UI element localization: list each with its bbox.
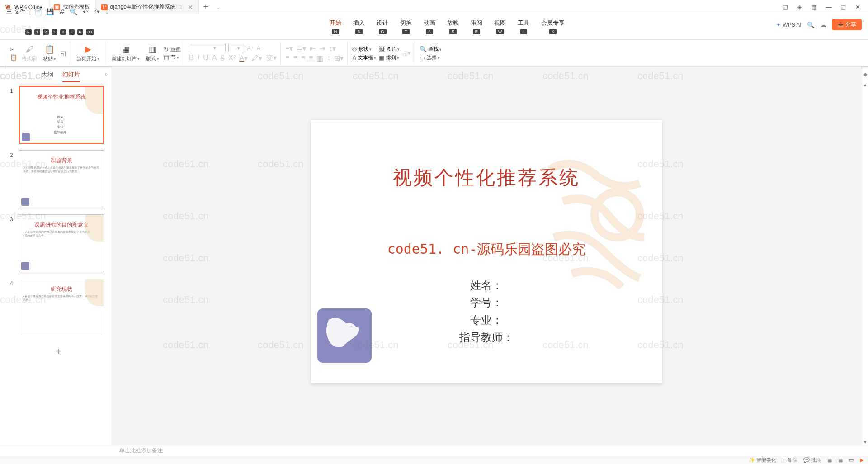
text-effect-icon[interactable]: 变▾	[266, 53, 277, 63]
outline-tab-slides[interactable]: 幻灯片	[62, 71, 80, 82]
cut-icon[interactable]: ✂	[10, 46, 17, 53]
qa-dropdown-icon[interactable]: ⌄	[105, 9, 109, 15]
tabs-dropdown-icon[interactable]: ⌄	[216, 4, 221, 10]
outline-tab-outline[interactable]: 大纲	[42, 71, 53, 82]
columns-icon[interactable]: ▥	[316, 54, 323, 62]
strikethrough-icon[interactable]: S̶	[220, 54, 225, 62]
add-slide-button[interactable]: +	[10, 343, 107, 360]
font-size-select[interactable]: ▾	[228, 44, 244, 52]
decrease-font-icon[interactable]: A⁻	[257, 45, 264, 52]
minimize-button[interactable]: —	[822, 2, 835, 13]
copy-icon[interactable]: 📋	[10, 54, 17, 61]
align-center-icon[interactable]: ≡	[293, 54, 297, 62]
qa-save-icon[interactable]: 💾	[46, 8, 54, 16]
text-direction-icon[interactable]: ↕	[327, 54, 330, 62]
new-slide-button[interactable]: ▦新建幻灯片▾	[110, 43, 142, 63]
tab-home[interactable]: 开始H	[324, 17, 347, 36]
indent-dec-icon[interactable]: ⇤	[310, 44, 316, 53]
ribbon: ✂ 📋 🖌格式刷 📋粘贴▾ ◱ ▶当页开始▾ ▦新建幻灯片▾ ▥版式▾ ↻重置 …	[0, 40, 868, 67]
format-painter-button[interactable]: 🖌格式刷	[20, 44, 38, 63]
thumbnail-3[interactable]: 3 课题研究的目的和意义 • 人们获取信息的方式已从简单的搜索发展到了更为复杂.…	[10, 214, 107, 272]
start-current-button[interactable]: ▶当页开始▾	[75, 43, 101, 63]
select-button[interactable]: ▭选择▾	[420, 54, 442, 61]
superscript-icon[interactable]: X²	[228, 54, 236, 62]
add-tab-button[interactable]: +	[199, 2, 213, 12]
view-normal-icon[interactable]: ▦	[827, 457, 832, 463]
highlight-icon[interactable]: 🖍▾	[251, 54, 262, 62]
tab-insert[interactable]: 插入N	[348, 17, 370, 36]
tab-restore-icon[interactable]: ◻	[178, 4, 182, 10]
status-beautify[interactable]: ✨ 智能美化	[749, 457, 776, 464]
find-button[interactable]: 🔍查找▾	[420, 46, 442, 52]
bold-icon[interactable]: B	[189, 54, 194, 62]
close-icon[interactable]: ✕	[188, 4, 193, 11]
indent-inc-icon[interactable]: ⇥	[319, 44, 325, 53]
scroll-down-icon[interactable]: ▾	[864, 439, 867, 445]
collapse-icon[interactable]: ‹	[105, 71, 107, 82]
thumbnail-1[interactable]: 1 视频个性化推荐系统 姓名： 学号： 专业： 指导教师：	[10, 86, 107, 144]
sidebar-icon[interactable]: ◆	[863, 71, 867, 77]
italic-icon[interactable]: I	[198, 54, 199, 62]
clipboard-launcher-icon[interactable]: ◱	[61, 50, 66, 57]
numbering-icon[interactable]: ≣▾	[297, 44, 306, 53]
paste-button[interactable]: 📋粘贴▾	[41, 43, 58, 63]
tab-tools[interactable]: 工具L	[512, 17, 535, 36]
qa-undo-icon[interactable]: ↶	[81, 8, 90, 16]
qa-new-icon[interactable]: 📄	[34, 8, 42, 16]
layout-button[interactable]: ▥版式▾	[144, 43, 161, 63]
slide[interactable]: 视频个性化推荐系统 code51. cn-源码乐园盗图必究 姓名： 学号： 专业…	[311, 120, 662, 383]
underline-icon[interactable]: U	[203, 54, 208, 62]
view-sorter-icon[interactable]: ▦	[838, 457, 843, 463]
image-button[interactable]: 🖼图片▾	[379, 46, 400, 52]
view-slideshow-icon[interactable]: ▶	[860, 457, 863, 463]
increase-font-icon[interactable]: A⁺	[247, 45, 254, 52]
tab-slideshow[interactable]: 放映S	[442, 17, 464, 36]
thumbnail-2[interactable]: 2 课题背景 人们获取信息的方式从简单的搜索引擎发展到了更为复杂的推荐系统，推荐…	[10, 150, 107, 208]
style-launcher-icon[interactable]: ◱▾	[402, 50, 411, 57]
reset-button[interactable]: ↻重置	[164, 46, 180, 53]
font-family-select[interactable]: ▾	[189, 44, 226, 52]
tab-animation[interactable]: 动画A	[418, 17, 441, 36]
tab-vip[interactable]: 会员专享K	[536, 17, 570, 36]
tab-transition[interactable]: 切换T	[395, 17, 417, 36]
notes-bar[interactable]: 单击此处添加备注	[0, 445, 868, 456]
maximize-button[interactable]: ▢	[836, 2, 850, 13]
textbox-button[interactable]: A文本框▾	[352, 54, 376, 61]
win-btn-1[interactable]: ▢	[778, 2, 792, 13]
share-button[interactable]: 📤 分享	[832, 19, 862, 30]
bullets-icon[interactable]: ≡▾	[285, 44, 293, 53]
shape-button[interactable]: ◇形状▾	[352, 46, 376, 52]
scroll-up-icon[interactable]: ▴	[864, 82, 867, 88]
canvas-area[interactable]: 视频个性化推荐系统 code51. cn-源码乐园盗图必究 姓名： 学号： 专业…	[111, 67, 862, 445]
wps-ai-button[interactable]: ✦WPS AI	[776, 22, 801, 28]
strike-icon[interactable]: A	[212, 54, 217, 62]
win-btn-3[interactable]: ▦	[807, 2, 821, 13]
align-justify-icon[interactable]: ≡	[309, 54, 313, 62]
align-right-icon[interactable]: ≡	[301, 54, 305, 62]
close-button[interactable]: ✕	[851, 2, 864, 13]
align-left-icon[interactable]: ≡	[285, 54, 289, 62]
tab-design[interactable]: 设计G	[371, 17, 394, 36]
qa-redo-icon[interactable]: ↷	[93, 8, 101, 16]
qa-print-icon[interactable]: 🖨	[58, 8, 66, 16]
title-bar: W WPS Office ▣ 找稻壳模板 P django电影个性化推荐系统 ◻…	[0, 0, 868, 14]
view-reading-icon[interactable]: ▭	[849, 457, 854, 463]
status-comments[interactable]: 💬 批注	[803, 457, 821, 464]
status-notes[interactable]: ≡ 备注	[783, 457, 797, 464]
line-spacing-icon[interactable]: ↕▾	[329, 44, 336, 53]
left-gutter	[0, 67, 5, 445]
section-button[interactable]: ▤节▾	[164, 54, 180, 61]
window-controls: ▢ ◈ ▦ — ▢ ✕	[778, 2, 868, 13]
file-menu[interactable]: 三 文件	[6, 8, 26, 16]
font-color-icon[interactable]: A▾	[239, 54, 248, 62]
background-decoration	[527, 147, 662, 319]
tab-view[interactable]: 视图W	[489, 17, 511, 36]
align-menu-icon[interactable]: ⊞▾	[334, 54, 344, 62]
qa-preview-icon[interactable]: 🔍	[70, 8, 78, 16]
win-btn-2[interactable]: ◈	[793, 2, 807, 13]
tab-review[interactable]: 审阅R	[465, 17, 488, 36]
search-icon[interactable]: 🔍	[807, 21, 815, 28]
thumbnail-4[interactable]: 4 研究现状 • 目前个性化推荐系统的研究主要采用Python技术、MIS的总体…	[10, 279, 107, 336]
cloud-icon[interactable]: ☁	[820, 21, 826, 28]
arrange-button[interactable]: ▦排列▾	[379, 54, 400, 61]
